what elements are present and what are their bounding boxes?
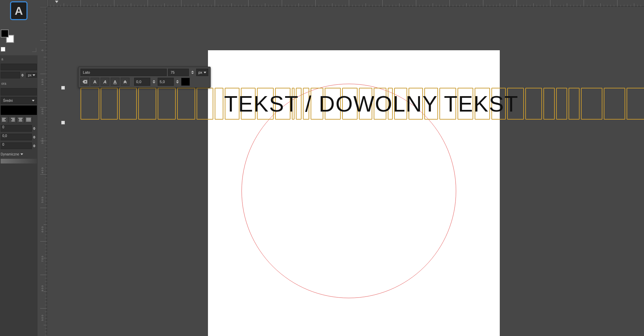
char-box[interactable] [158,88,176,120]
unit-label: px [28,73,32,77]
char-box[interactable] [101,88,118,120]
char-box[interactable] [581,88,602,120]
chevron-down-icon [32,100,35,102]
paths-tool-icon[interactable] [1,1,8,9]
hinting-value: Średni [3,99,13,103]
char-box[interactable] [627,88,644,120]
font-size-field[interactable] [1,72,20,78]
text-box-handle-tl[interactable] [61,86,65,90]
measure-tool-icon[interactable] [30,1,37,9]
strikethrough-button[interactable]: A [121,78,129,86]
ruler-label: 0 [41,50,44,51]
option-section-label-2: ora [0,80,38,87]
baseline-stepper[interactable] [152,78,156,85]
chevron-down-icon [204,72,206,73]
char-box[interactable] [215,88,223,120]
ruler-origin[interactable] [40,0,47,7]
font-family-input[interactable]: Lato [80,69,167,76]
panel-menu-icon[interactable] [32,48,36,52]
color-swatches[interactable] [1,29,14,43]
tool-options-panel: a px ora Średni 0 0,0 0 Dynamiczne [0,55,38,336]
ruler-pointer-icon [55,1,58,3]
ruler-label: 1 0 0 [41,79,44,85]
indent-stepper[interactable] [33,125,37,132]
clear-style-button[interactable] [80,78,89,86]
char-box[interactable] [556,88,567,120]
font-unit-label: px [198,70,202,74]
font-size-stepper[interactable] [190,69,195,76]
ruler-label: 6 0 0 [41,226,44,232]
line-spacing-field[interactable]: 0,0 [1,134,32,140]
font-family-field[interactable] [1,64,37,70]
text-layer[interactable]: TEKST / DOWOLNY TEKST [64,88,644,120]
ruler-label: 5 0 0 [41,197,44,203]
chevron-down-icon [33,74,35,76]
underline-button[interactable]: A [111,78,119,86]
language-bar[interactable] [1,159,37,163]
char-box[interactable] [569,88,580,120]
bold-button[interactable]: A [91,78,99,86]
font-size-value: 75 [170,70,174,74]
size-stepper[interactable] [21,72,25,78]
text-color-button[interactable] [181,78,190,86]
justify-left-button[interactable] [1,116,8,123]
justify-group [1,116,37,123]
kerning-stepper[interactable] [175,78,180,85]
char-box[interactable] [80,88,99,120]
justify-fill-button[interactable] [25,116,32,123]
char-box[interactable] [604,88,625,120]
text-tool[interactable]: A [10,1,28,20]
letter-spacing-field[interactable]: 0 [1,142,32,149]
box-mode-label: Dynamiczne [1,152,19,156]
active-color-indicator[interactable] [1,47,5,52]
char-box[interactable] [138,88,156,120]
char-box[interactable] [119,88,137,120]
indent-field[interactable]: 0 [1,125,32,132]
kerning-input[interactable]: 5,0 [158,78,174,86]
text-content[interactable]: TEKST / DOWOLNY TEKST [224,88,519,120]
box-mode-dropdown[interactable]: Dynamiczne [0,150,38,158]
chevron-down-icon [20,153,23,155]
letter-spacing-stepper[interactable] [33,142,37,149]
char-box[interactable] [525,88,542,120]
hinting-dropdown[interactable]: Średni [1,97,37,104]
foreground-color-swatch[interactable] [1,29,9,38]
char-box[interactable] [197,88,213,120]
font-name-value: Lato [83,70,90,74]
editor-field[interactable] [1,88,37,95]
font-unit-dropdown[interactable]: px [196,69,208,76]
italic-button[interactable]: A [101,78,109,86]
canvas-viewport[interactable]: TEKST / DOWOLNY TEKST [47,7,644,336]
ruler-label: 7 0 0 [41,256,44,262]
char-box[interactable] [177,88,195,120]
baseline-shift-input[interactable]: 0,0 [134,78,150,86]
ruler-label: 9 0 0 [41,315,44,321]
ruler-label: 4 0 0 [41,167,44,174]
text-color-swatch[interactable] [1,106,37,115]
option-section-label: a [0,55,38,63]
size-unit-dropdown[interactable]: px [26,73,37,78]
text-box-handle-bl[interactable] [61,121,65,125]
on-canvas-text-toolbar[interactable]: Lato 75 px A A A A 0,0 5,0 [78,67,211,88]
line-spacing-stepper[interactable] [33,134,37,140]
ruler-label: 2 0 0 [41,109,44,115]
kerning-value: 0,0 [136,80,141,84]
text-tool-icon: A [15,5,23,16]
justify-right-button[interactable] [9,116,16,123]
baseline-value: 5,0 [160,80,165,84]
vertical-ruler[interactable]: 01 0 02 0 03 0 04 0 05 0 06 0 07 0 08 0 … [40,0,47,336]
font-size-input[interactable]: 75 [168,69,189,76]
horizontal-ruler[interactable] [47,0,644,7]
justify-center-button[interactable] [17,116,24,123]
ruler-label: 3 0 0 [41,138,44,144]
char-box[interactable] [543,88,555,120]
backspace-icon [83,80,87,84]
toolbox: A [0,0,38,55]
ruler-label: 8 0 0 [41,285,44,291]
